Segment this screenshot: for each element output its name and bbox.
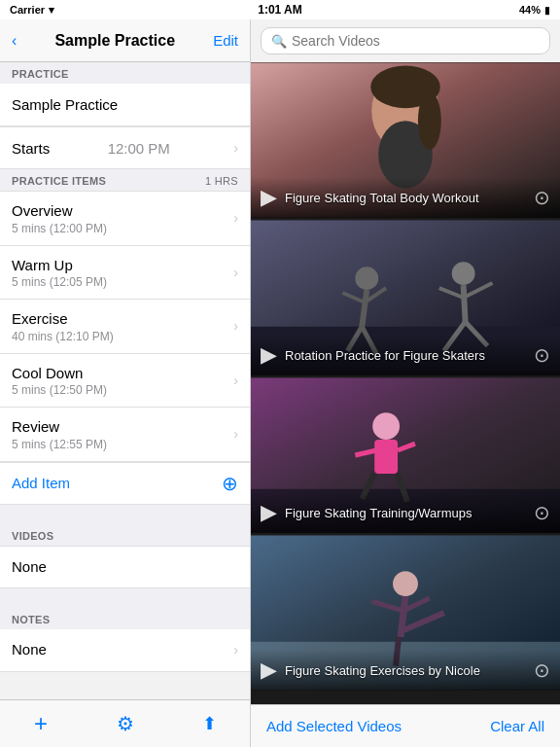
carrier-label: Carrier (10, 4, 45, 16)
practice-item-content: Exercise 40 mins (12:10 PM) (12, 309, 233, 343)
video-overlay: ▶ Figure Skating Total Body Workout ⊙ (251, 177, 560, 218)
section-notes-header: NOTES (0, 608, 250, 629)
play-icon[interactable]: ▶ (261, 500, 277, 525)
practice-item-chevron-icon: › (233, 210, 238, 226)
practice-item-row[interactable]: Overview 5 mins (12:00 PM) › (0, 191, 250, 246)
notes-chevron-icon: › (233, 642, 238, 658)
practice-item-content: Overview 5 mins (12:00 PM) (12, 201, 233, 235)
settings-toolbar-button[interactable]: ⚙ (104, 702, 147, 745)
wifi-icon: ▾ (49, 4, 54, 17)
video-title: Figure Skating Exercises by Nicole (285, 663, 526, 678)
starts-label: Starts (12, 140, 50, 157)
practice-item-subtitle: 5 mins (12:50 PM) (12, 383, 233, 397)
practice-item-chevron-icon: › (233, 318, 238, 334)
search-input[interactable] (292, 33, 540, 49)
practice-item-row[interactable]: Cool Down 5 mins (12:50 PM) › (0, 354, 250, 409)
battery-label: 44% (519, 4, 541, 16)
status-time: 1:01 AM (258, 3, 302, 17)
practice-items-badge: 1 HRS (205, 175, 238, 187)
starts-chevron-icon: › (233, 140, 238, 156)
svg-line-14 (464, 285, 466, 322)
video-title: Figure Skating Total Body Workout (285, 191, 526, 205)
video-action-bar: Add Selected Videos Clear All (251, 704, 560, 747)
section-gap-1 (0, 505, 250, 524)
video-item[interactable]: ▶ Rotation Practice for Figure Skaters ⊙ (251, 220, 560, 375)
nav-header: ‹ Sample Practice Edit (0, 19, 250, 62)
video-item[interactable]: ▶ Figure Skating Total Body Workout ⊙ (251, 62, 560, 218)
check-icon[interactable]: ⊙ (534, 343, 550, 367)
bottom-toolbar: + ⚙ ⬆ (0, 699, 250, 747)
status-bar: Carrier ▾ 1:01 AM 44% ▮ (0, 0, 560, 19)
videos-value-row: None (0, 546, 250, 588)
main-layout: ‹ Sample Practice Edit PRACTICE Sample P… (0, 19, 560, 747)
nav-title: Sample Practice (17, 32, 213, 50)
practice-item-subtitle: 5 mins (12:05 PM) (12, 275, 233, 289)
check-icon[interactable]: ⊙ (534, 658, 550, 682)
video-list: ▶ Figure Skating Total Body Workout ⊙ (251, 62, 560, 704)
add-toolbar-button[interactable]: + (19, 702, 62, 745)
play-icon[interactable]: ▶ (261, 658, 277, 683)
practice-item-title: Exercise (12, 309, 233, 329)
practice-item-content: Cool Down 5 mins (12:50 PM) (12, 364, 233, 398)
practice-item-subtitle: 40 mins (12:10 PM) (12, 330, 233, 343)
section-practice-items-header: PRACTICE ITEMS 1 HRS (0, 169, 250, 191)
practice-item-chevron-icon: › (233, 373, 238, 388)
svg-point-4 (418, 91, 441, 150)
plus-icon: + (34, 710, 48, 737)
right-panel: 🔍 ▶ Figure Skating Total Body Workout ⊙ (251, 19, 560, 747)
practice-item-content: Warm Up 5 mins (12:05 PM) (12, 256, 233, 290)
video-item[interactable]: ▶ Figure Skating Exercises by Nicole ⊙ (251, 535, 560, 691)
check-icon[interactable]: ⊙ (534, 186, 550, 209)
add-selected-button[interactable]: Add Selected Videos (266, 718, 402, 734)
gear-icon: ⚙ (117, 712, 134, 735)
notes-value-row[interactable]: None › (0, 629, 250, 672)
video-title: Rotation Practice for Figure Skaters (285, 348, 526, 363)
status-right: 44% ▮ (519, 4, 550, 16)
practice-item-row[interactable]: Warm Up 5 mins (12:05 PM) › (0, 246, 250, 301)
status-left: Carrier ▾ (10, 4, 54, 17)
starts-row[interactable]: Starts 12:00 PM › (0, 126, 250, 169)
practice-name-value: Sample Practice (12, 95, 118, 115)
svg-point-29 (393, 571, 418, 596)
battery-icon: ▮ (544, 5, 550, 16)
practice-items-list: Overview 5 mins (12:00 PM) › Warm Up 5 m… (0, 191, 250, 462)
section-practice-header: PRACTICE (0, 62, 250, 84)
svg-rect-22 (374, 440, 398, 474)
video-overlay: ▶ Figure Skating Exercises by Nicole ⊙ (251, 650, 560, 691)
video-title: Figure Skating Training/Warmups (285, 506, 526, 520)
practice-item-chevron-icon: › (233, 426, 238, 442)
practice-item-content: Review 5 mins (12:55 PM) (12, 417, 233, 451)
left-panel: ‹ Sample Practice Edit PRACTICE Sample P… (0, 19, 251, 747)
play-icon[interactable]: ▶ (261, 185, 277, 210)
video-item[interactable]: ▶ Figure Skating Training/Warmups ⊙ (251, 377, 560, 533)
section-practice-label: PRACTICE (12, 68, 69, 80)
svg-point-21 (372, 412, 400, 440)
notes-value: None (12, 641, 47, 658)
practice-item-title: Warm Up (12, 256, 233, 275)
practice-item-title: Review (12, 417, 233, 437)
video-overlay: ▶ Figure Skating Training/Warmups ⊙ (251, 492, 560, 533)
play-icon[interactable]: ▶ (261, 342, 277, 368)
add-item-row[interactable]: Add Item ⊕ (0, 462, 250, 505)
practice-name-row: Sample Practice (0, 84, 250, 126)
search-icon: 🔍 (271, 34, 287, 49)
search-input-wrap[interactable]: 🔍 (261, 27, 550, 54)
practice-item-title: Overview (12, 201, 233, 221)
add-circle-icon[interactable]: ⊕ (222, 474, 238, 493)
add-item-label[interactable]: Add Item (12, 475, 70, 491)
practice-item-title: Cool Down (12, 364, 233, 383)
videos-value: None (12, 558, 47, 575)
practice-item-chevron-icon: › (233, 265, 238, 280)
svg-point-7 (355, 267, 378, 290)
practice-item-subtitle: 5 mins (12:00 PM) (12, 222, 233, 235)
clear-all-button[interactable]: Clear All (490, 718, 544, 734)
share-icon: ⬆ (202, 713, 217, 734)
practice-item-row[interactable]: Exercise 40 mins (12:10 PM) › (0, 300, 250, 354)
edit-button[interactable]: Edit (213, 32, 238, 49)
check-icon[interactable]: ⊙ (534, 501, 550, 524)
search-bar: 🔍 (251, 19, 560, 62)
svg-point-13 (452, 262, 475, 285)
practice-item-row[interactable]: Review 5 mins (12:55 PM) › (0, 408, 250, 462)
practice-items-label: PRACTICE ITEMS (12, 175, 106, 187)
share-toolbar-button[interactable]: ⬆ (188, 702, 230, 745)
